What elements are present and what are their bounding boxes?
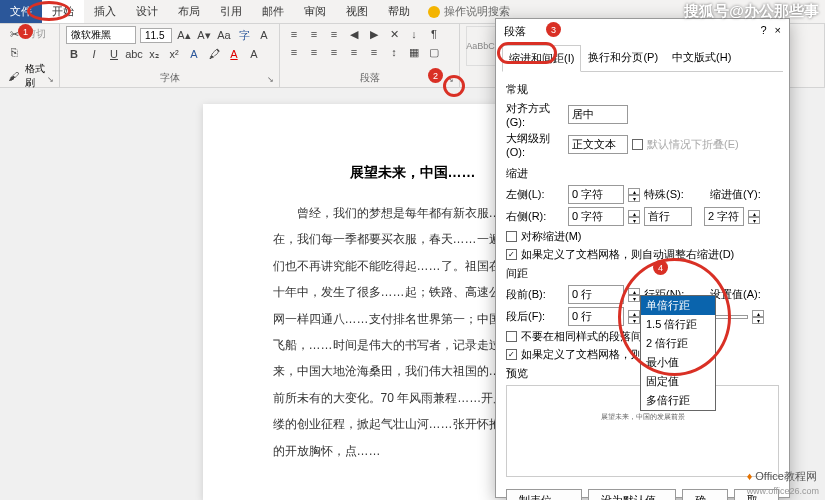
tab-help[interactable]: 帮助 — [378, 0, 420, 23]
before-input[interactable]: 0 行 — [568, 285, 624, 304]
section-indent: 缩进 — [506, 166, 779, 181]
tell-me-search[interactable]: 操作说明搜索 — [428, 4, 510, 19]
dialog-help-icon[interactable]: ? — [760, 24, 766, 39]
grow-font-icon[interactable]: A▴ — [176, 27, 192, 43]
clipboard-launcher-icon[interactable]: ↘ — [47, 75, 57, 85]
tab-insert[interactable]: 插入 — [84, 0, 126, 23]
spin-down-icon[interactable]: ▾ — [628, 217, 640, 224]
auto-adjust-checkbox[interactable]: ✓ — [506, 249, 517, 260]
strike-icon[interactable]: abc — [126, 46, 142, 62]
tab-references[interactable]: 引用 — [210, 0, 252, 23]
font-size-select[interactable]: 11.5 — [140, 28, 172, 43]
spin-up-icon[interactable]: ▴ — [748, 210, 760, 217]
tab-mailings[interactable]: 邮件 — [252, 0, 294, 23]
asian-layout-icon[interactable]: ✕ — [386, 26, 402, 42]
bullets-icon[interactable]: ≡ — [286, 26, 302, 42]
before-label: 段前(B): — [506, 287, 564, 302]
dlg-tab-asian[interactable]: 中文版式(H) — [665, 44, 738, 71]
phonetic-icon[interactable]: 字 — [236, 27, 252, 43]
dlg-tab-indent[interactable]: 缩进和间距(I) — [502, 45, 581, 72]
tab-review[interactable]: 审阅 — [294, 0, 336, 23]
spin-down-icon[interactable]: ▾ — [752, 317, 764, 324]
align-right-icon[interactable]: ≡ — [326, 44, 342, 60]
spin-down-icon[interactable]: ▾ — [628, 317, 640, 324]
spin-up-icon[interactable]: ▴ — [752, 310, 764, 317]
dropdown-option[interactable]: 2 倍行距 — [641, 334, 715, 353]
outline-select[interactable]: 正文文本 — [568, 135, 628, 154]
annotation-badge-3: 3 — [546, 22, 561, 37]
sort-icon[interactable]: ↓ — [406, 26, 422, 42]
char-border-icon[interactable]: A — [246, 46, 262, 62]
tabs-button[interactable]: 制表位(T)... — [506, 489, 582, 500]
shading-icon[interactable]: ▦ — [406, 44, 422, 60]
dropdown-option[interactable]: 最小值 — [641, 353, 715, 372]
special-select[interactable]: 首行 — [644, 207, 692, 226]
decrease-indent-icon[interactable]: ◀ — [346, 26, 362, 42]
format-painter-icon[interactable]: 🖌 — [6, 68, 21, 84]
font-name-select[interactable]: 微软雅黑 — [66, 26, 136, 44]
fold-checkbox[interactable] — [632, 139, 643, 150]
show-marks-icon[interactable]: ¶ — [426, 26, 442, 42]
dialog-close-icon[interactable]: × — [775, 24, 781, 39]
tell-me-label: 操作说明搜索 — [444, 4, 510, 19]
mirror-checkbox[interactable] — [506, 231, 517, 242]
font-color-icon[interactable]: A — [226, 46, 242, 62]
dropdown-option[interactable]: 固定值 — [641, 372, 715, 391]
tab-view[interactable]: 视图 — [336, 0, 378, 23]
right-indent-input[interactable]: 0 字符 — [568, 207, 624, 226]
spin-up-icon[interactable]: ▴ — [628, 310, 640, 317]
spin-down-icon[interactable]: ▾ — [628, 195, 640, 202]
underline-icon[interactable]: U — [106, 46, 122, 62]
dropdown-option[interactable]: 单倍行距 — [641, 296, 715, 315]
borders-icon[interactable]: ▢ — [426, 44, 442, 60]
highlight-icon[interactable]: 🖍 — [206, 46, 222, 62]
font-title: 字体 — [66, 71, 273, 85]
after-input[interactable]: 0 行 — [568, 307, 624, 326]
align-select[interactable]: 居中 — [568, 105, 628, 124]
by-input[interactable]: 2 字符 — [704, 207, 744, 226]
font-launcher-icon[interactable]: ↘ — [267, 75, 277, 85]
line-spacing-dropdown: 单倍行距 1.5 倍行距 2 倍行距 最小值 固定值 多倍行距 — [640, 295, 716, 411]
distribute-icon[interactable]: ≡ — [366, 44, 382, 60]
text-effect-icon[interactable]: A — [186, 46, 202, 62]
spin-up-icon[interactable]: ▴ — [628, 288, 640, 295]
annotation-badge-2: 2 — [428, 68, 443, 83]
dropdown-option[interactable]: 1.5 倍行距 — [641, 315, 715, 334]
tab-design[interactable]: 设计 — [126, 0, 168, 23]
copy-icon[interactable]: ⎘ — [6, 44, 22, 60]
default-button[interactable]: 设为默认值(D) — [588, 489, 676, 500]
increase-indent-icon[interactable]: ▶ — [366, 26, 382, 42]
change-case-icon[interactable]: Aa — [216, 27, 232, 43]
paragraph-launcher-icon[interactable]: ↘ — [447, 75, 457, 85]
tab-home[interactable]: 开始 — [42, 0, 84, 23]
ok-button[interactable]: 确定 — [682, 489, 727, 500]
italic-icon[interactable]: I — [86, 46, 102, 62]
tab-layout[interactable]: 布局 — [168, 0, 210, 23]
spin-down-icon[interactable]: ▾ — [628, 295, 640, 302]
tab-file[interactable]: 文件 — [0, 0, 42, 23]
multilevel-icon[interactable]: ≡ — [326, 26, 342, 42]
superscript-icon[interactable]: x² — [166, 46, 182, 62]
align-center-icon[interactable]: ≡ — [306, 44, 322, 60]
justify-icon[interactable]: ≡ — [346, 44, 362, 60]
no-same-style-checkbox[interactable] — [506, 331, 517, 342]
watermark-url: www.office26.com — [747, 486, 819, 496]
spin-down-icon[interactable]: ▾ — [748, 217, 760, 224]
left-indent-input[interactable]: 0 字符 — [568, 185, 624, 204]
numbering-icon[interactable]: ≡ — [306, 26, 322, 42]
annotation-badge-1: 1 — [18, 24, 33, 39]
enclose-icon[interactable]: A — [256, 27, 272, 43]
bold-icon[interactable]: B — [66, 46, 82, 62]
line-spacing-icon[interactable]: ↕ — [386, 44, 402, 60]
annotation-badge-4: 4 — [653, 260, 668, 275]
outline-label: 大纲级别(O): — [506, 131, 564, 158]
shrink-font-icon[interactable]: A▾ — [196, 27, 212, 43]
subscript-icon[interactable]: x₂ — [146, 46, 162, 62]
bulb-icon — [428, 6, 440, 18]
align-left-icon[interactable]: ≡ — [286, 44, 302, 60]
snap-grid-checkbox[interactable]: ✓ — [506, 349, 517, 360]
spin-up-icon[interactable]: ▴ — [628, 210, 640, 217]
dlg-tab-page[interactable]: 换行和分页(P) — [581, 44, 665, 71]
dropdown-option[interactable]: 多倍行距 — [641, 391, 715, 410]
spin-up-icon[interactable]: ▴ — [628, 188, 640, 195]
